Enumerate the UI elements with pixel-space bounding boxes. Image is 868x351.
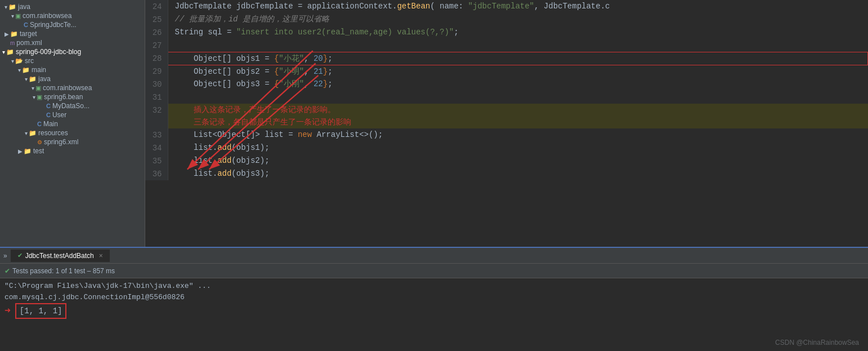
sidebar-label: java <box>18 3 30 11</box>
arrow-icon: ▾ <box>25 76 28 82</box>
tab-jdbctest[interactable]: ✔ JdbcTest.testAddBatch × <box>11 250 110 262</box>
code-line-33: 33 List<Object[]> list = new ArrayList<>… <box>145 128 868 141</box>
arrow-icon: ▾ <box>11 13 14 19</box>
arrow-icon: ▾ <box>18 67 21 73</box>
arrow-icon: ▾ <box>5 4 7 10</box>
sidebar-label: Main <box>43 120 58 128</box>
green-check-icon: ✔ <box>5 267 10 275</box>
line-content <box>168 91 868 104</box>
code-line-32: 32 插入这条记录，产生了一条记录的影响。 三条记录，各自都是只产生了一条记录的… <box>145 104 868 128</box>
sidebar-label: target <box>20 30 37 38</box>
line-content: List<Object[]> list = new ArrayList<>(); <box>168 128 868 141</box>
arrow-icon: ▾ <box>33 94 35 100</box>
sidebar-item-src[interactable]: ▾ 📂 src <box>0 56 145 65</box>
sidebar-item-Main[interactable]: C Main <box>0 119 145 128</box>
line-number: 34 <box>145 141 168 154</box>
pom-icon: m <box>10 40 15 46</box>
sidebar-item-java2[interactable]: ▾ 📁 java <box>0 74 145 83</box>
console-text: "C:\Program Files\Java\jdk-17\bin\java.e… <box>5 282 211 290</box>
sidebar-label: test <box>33 147 44 155</box>
folder-icon: 📁 <box>24 148 32 155</box>
line-number: 24 <box>145 0 168 13</box>
sidebar-label: java <box>38 75 51 83</box>
sidebar-item-MyDataSo[interactable]: C MyDataSo... <box>0 101 145 110</box>
code-line-25: 25 // 批量添加，id 是自增的，这里可以省略 <box>145 13 868 26</box>
result-box: [1, 1, 1] <box>15 303 67 319</box>
sidebar-label: spring6-009-jdbc-blog <box>16 48 81 56</box>
folder-icon: 📁 <box>10 30 18 38</box>
src-icon: 📂 <box>15 57 23 65</box>
line-number: 32 <box>145 104 168 128</box>
sidebar-item-target[interactable]: ▶ 📁 target <box>0 29 145 38</box>
sidebar-item-resources[interactable]: ▾ 📁 resources <box>0 128 145 137</box>
folder-icon: 📁 <box>29 130 37 137</box>
class-icon: C <box>37 121 42 127</box>
sidebar-label: src <box>25 57 34 65</box>
code-line-31: 31 <box>145 91 868 104</box>
code-line-24: 24 JdbcTemplate jdbcTemplate = applicati… <box>145 0 868 13</box>
line-content: Object[] objs1 = {"小花", 20}; <box>168 52 868 65</box>
line-content: Object[] objs3 = {"小刚", 22}; <box>168 78 868 91</box>
code-line-28: 28 Object[] objs1 = {"小花", 20}; <box>145 52 868 65</box>
console-output: "C:\Program Files\Java\jdk-17\bin\java.e… <box>0 278 868 351</box>
code-line-29: 29 Object[] objs2 = {"小明", 21}; <box>145 65 868 78</box>
sidebar-item-User[interactable]: C User <box>0 110 145 119</box>
line-number: 25 <box>145 13 168 26</box>
tab-arrow-left[interactable]: » <box>0 252 11 260</box>
line-content: 插入这条记录，产生了一条记录的影响。 三条记录，各自都是只产生了一条记录的影响 <box>168 104 868 128</box>
sidebar-item-SpringJdbcTe[interactable]: C SpringJdbcTe... <box>0 20 145 29</box>
code-line-26: 26 String sql = "insert into user2(real_… <box>145 26 868 39</box>
code-line-36: 36 list.add(objs3); <box>145 167 868 180</box>
sidebar-label: main <box>32 66 46 74</box>
line-number: 29 <box>145 65 168 78</box>
tab-label: JdbcTest.testAddBatch <box>25 252 94 260</box>
arrow-icon: ▾ <box>2 49 5 55</box>
csdn-watermark: CSDN @ChinaRainbowSea <box>775 339 859 346</box>
console-line-1: "C:\Program Files\Java\jdk-17\bin\java.e… <box>5 281 863 292</box>
sidebar-item-test[interactable]: ▶ 📁 test <box>0 146 145 155</box>
xml-icon: ⚙ <box>37 139 42 145</box>
sidebar-item-spring6bean[interactable]: ▾ ▣ spring6.bean <box>0 92 145 101</box>
sidebar-label: MyDataSo... <box>52 102 90 110</box>
bottom-panel: » ✔ JdbcTest.testAddBatch × ✔ Tests pass… <box>0 247 868 351</box>
sidebar-item-com-rainbowsea1[interactable]: ▾ ▣ com.rainbowsea <box>0 11 145 20</box>
line-content: list.add(objs2); <box>168 154 868 167</box>
line-number: 26 <box>145 26 168 39</box>
class-icon: C <box>46 103 51 109</box>
package-icon: ▣ <box>35 85 41 92</box>
line-content: list.add(objs1); <box>168 141 868 154</box>
sidebar-label: spring6.bean <box>44 93 83 101</box>
package-icon: ▣ <box>37 94 42 101</box>
sidebar-item-spring6-009[interactable]: ▾ 📁 spring6-009-jdbc-blog <box>0 47 145 56</box>
folder-icon: 📁 <box>22 66 30 74</box>
code-line-27: 27 <box>145 39 868 52</box>
folder-icon: 📁 <box>29 75 37 83</box>
line-content: String sql = "insert into user2(real_nam… <box>168 26 868 39</box>
sidebar-label: com.rainbowsea <box>23 12 71 20</box>
line-number: 28 <box>145 52 168 65</box>
line-number: 33 <box>145 128 168 141</box>
sidebar-item-pom[interactable]: m pom.xml <box>0 38 145 47</box>
sidebar-item-main[interactable]: ▾ 📁 main <box>0 65 145 74</box>
line-number: 36 <box>145 167 168 180</box>
tab-close-button[interactable]: × <box>99 252 103 260</box>
package-icon: ▣ <box>15 12 21 20</box>
sidebar-label: SpringJdbcTe... <box>30 21 77 29</box>
sidebar-label: com.rainbowsea <box>43 84 92 92</box>
console-line-2: com.mysql.cj.jdbc.ConnectionImpl@556d082… <box>5 292 863 303</box>
sidebar-item-com-rainbowsea2[interactable]: ▾ ▣ com.rainbowsea <box>0 83 145 92</box>
code-table: 24 JdbcTemplate jdbcTemplate = applicati… <box>145 0 868 180</box>
sidebar-item-java[interactable]: ▾ 📁 java <box>0 2 145 11</box>
sidebar-label: resources <box>38 129 68 137</box>
sidebar-item-spring6xml[interactable]: ⚙ spring6.xml <box>0 137 145 146</box>
line-content: Object[] objs2 = {"小明", 21}; <box>168 65 868 78</box>
line-number: 31 <box>145 91 168 104</box>
class-icon: C <box>46 112 51 118</box>
code-line-34: 34 list.add(objs1); <box>145 141 868 154</box>
code-line-30: 30 Object[] objs3 = {"小刚", 22}; <box>145 78 868 91</box>
line-content: // 批量添加，id 是自增的，这里可以省略 <box>168 13 868 26</box>
folder-icon: 📁 <box>8 3 16 11</box>
sidebar-label: pom.xml <box>16 39 42 47</box>
code-line-35: 35 list.add(objs2); <box>145 154 868 167</box>
check-icon: ✔ <box>17 252 23 259</box>
